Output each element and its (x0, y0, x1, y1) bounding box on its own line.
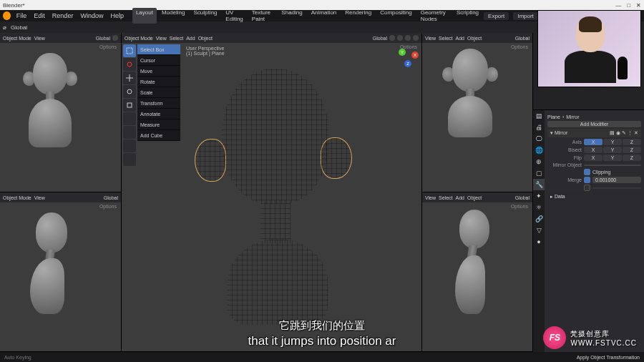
menu-window[interactable]: Window (77, 11, 106, 21)
tab-particles-icon[interactable]: ✦ (533, 190, 545, 202)
vp-menu-object[interactable]: Object (198, 36, 213, 41)
ws-uv[interactable]: UV Editing (222, 8, 246, 24)
data-section-header[interactable]: ▸ Data (547, 192, 641, 201)
viewport-main[interactable]: Object Mode View Select Add Object Globa… (122, 33, 421, 352)
snap-toggle-icon[interactable]: ⌀ (3, 24, 6, 31)
orient-dropdown[interactable]: Global (104, 195, 118, 200)
tab-output-icon[interactable]: 🖨 (533, 122, 545, 133)
ws-sculpting[interactable]: Sculpting (190, 8, 220, 24)
tool-add-cube[interactable] (123, 153, 136, 166)
shading-matprev-icon[interactable] (405, 35, 411, 41)
bisect-distance-field[interactable] (592, 187, 641, 189)
ctx-move[interactable]: Move (137, 66, 180, 77)
options-label[interactable]: Options (99, 204, 117, 209)
vp-menu-add[interactable]: Add (456, 36, 464, 41)
persp-gizmo-icon[interactable] (402, 104, 412, 114)
viewport-bottom-right[interactable]: View Select Add Object Global Options (422, 192, 532, 352)
options-label[interactable]: Options (511, 204, 528, 209)
breadcrumb-modifier[interactable]: Mirror (566, 114, 579, 119)
add-modifier-button[interactable]: Add Modifier (547, 121, 641, 127)
orientation-picker[interactable]: Global (11, 24, 27, 31)
shading-dot-icon[interactable] (112, 35, 118, 41)
options-label[interactable]: Options (99, 44, 117, 49)
tool-annotate[interactable] (123, 126, 136, 139)
mode-dropdown[interactable]: Object Mode (3, 36, 31, 41)
tab-view-icon[interactable]: 🖵 (533, 133, 545, 145)
close-button[interactable]: ✕ (636, 2, 641, 9)
merge-value-field[interactable]: 0.001000 (592, 177, 641, 183)
modifier-header[interactable]: ▾ Mirror ▤ ◉ ✎ ⋮ ✕ (547, 129, 641, 137)
breadcrumb-object[interactable]: Plane (547, 114, 560, 119)
import-button[interactable]: Import (513, 12, 538, 20)
ws-layout[interactable]: Layout (132, 8, 157, 24)
ctx-measure[interactable]: Measure (137, 119, 180, 130)
vp-menu-select[interactable]: Select (170, 36, 183, 41)
menu-file[interactable]: File (14, 11, 30, 21)
ws-scripting[interactable]: Scripting (453, 8, 482, 24)
vp-menu-select[interactable]: Select (439, 36, 452, 41)
vp-menu-view[interactable]: View (156, 36, 167, 41)
ws-compositing[interactable]: Compositing (376, 8, 415, 24)
ctx-add-cube[interactable]: Add Cube (137, 130, 180, 141)
bisect-x-toggle[interactable]: X (584, 147, 602, 153)
tab-world-icon[interactable]: ⊕ (533, 156, 545, 167)
tab-constraints-icon[interactable]: 🔗 (533, 213, 545, 225)
tool-select-box[interactable] (123, 44, 136, 57)
ctx-cursor[interactable]: Cursor (137, 55, 180, 66)
tool-move[interactable] (123, 72, 136, 84)
export-button[interactable]: Export (484, 12, 509, 20)
vp-menu-select[interactable]: Select (439, 195, 452, 200)
ws-modeling[interactable]: Modeling (158, 8, 188, 24)
axis-x-toggle[interactable]: X (584, 139, 602, 145)
zoom-gizmo-icon[interactable] (402, 70, 412, 80)
shading-solid-icon[interactable] (389, 35, 395, 41)
tab-data-icon[interactable]: ▽ (533, 225, 545, 236)
ws-shading[interactable]: Shading (278, 8, 306, 24)
vp-menu-object[interactable]: Object (467, 36, 482, 41)
vp-menu-view[interactable]: View (425, 36, 436, 41)
menu-edit[interactable]: Edit (31, 11, 48, 21)
orbit-gizmo[interactable]: X Y Z (396, 46, 419, 69)
vp-menu-view[interactable]: View (425, 195, 436, 200)
ctx-scale[interactable]: Scale (137, 87, 180, 98)
tool-cursor[interactable] (123, 58, 136, 71)
tab-render-icon[interactable]: ▤ (533, 110, 545, 122)
tool-transform[interactable] (123, 112, 136, 125)
tab-material-icon[interactable]: ● (533, 236, 545, 248)
tab-object-icon[interactable]: ▢ (533, 167, 545, 179)
menu-help[interactable]: Help (107, 11, 127, 21)
options-label[interactable]: Options (511, 44, 528, 49)
camera-gizmo-icon[interactable] (402, 93, 412, 103)
shading-render-icon[interactable] (413, 35, 419, 41)
ws-animation[interactable]: Animation (308, 8, 341, 24)
bisect-y-toggle[interactable]: Y (603, 147, 622, 153)
flip-x-toggle[interactable]: X (584, 155, 602, 161)
tool-measure[interactable] (123, 140, 136, 152)
merge-checkbox[interactable] (584, 177, 590, 183)
flip-z-toggle[interactable]: Z (623, 155, 641, 161)
pan-gizmo-icon[interactable] (402, 82, 412, 92)
vp-menu-add[interactable]: Add (186, 36, 195, 41)
vp-menu-object[interactable]: Object (467, 195, 482, 200)
viewport-top-right[interactable]: View Select Add Object Global Options (422, 33, 532, 192)
vp-menu-add[interactable]: Add (456, 195, 464, 200)
shading-wire-icon[interactable] (397, 35, 403, 41)
orient-dropdown[interactable]: Global (515, 195, 530, 200)
mirror-object-field[interactable] (584, 165, 641, 166)
orient-dropdown[interactable]: Global (96, 36, 110, 41)
tab-scene-icon[interactable]: 🌐 (533, 145, 545, 156)
tab-physics-icon[interactable]: ⚛ (533, 202, 545, 213)
bisect-z-toggle[interactable]: Z (623, 147, 641, 153)
blender-logo-icon[interactable] (3, 11, 11, 20)
bisect-distance-checkbox[interactable] (584, 185, 590, 191)
ctx-transform[interactable]: Transform (137, 98, 180, 109)
orient-dropdown[interactable]: Global (373, 36, 387, 41)
ctx-select-box[interactable]: Select Box (137, 44, 180, 55)
axis-z-toggle[interactable]: Z (623, 139, 641, 145)
mode-dropdown[interactable]: Object Mode (125, 36, 153, 41)
ws-rendering[interactable]: Rendering (341, 8, 375, 24)
ws-geonodes[interactable]: Geometry Nodes (417, 8, 452, 24)
ctx-annotate[interactable]: Annotate (137, 109, 180, 119)
viewport-bottom-left[interactable]: Object Mode View Global Options (0, 192, 121, 352)
clipping-checkbox[interactable] (584, 169, 590, 175)
